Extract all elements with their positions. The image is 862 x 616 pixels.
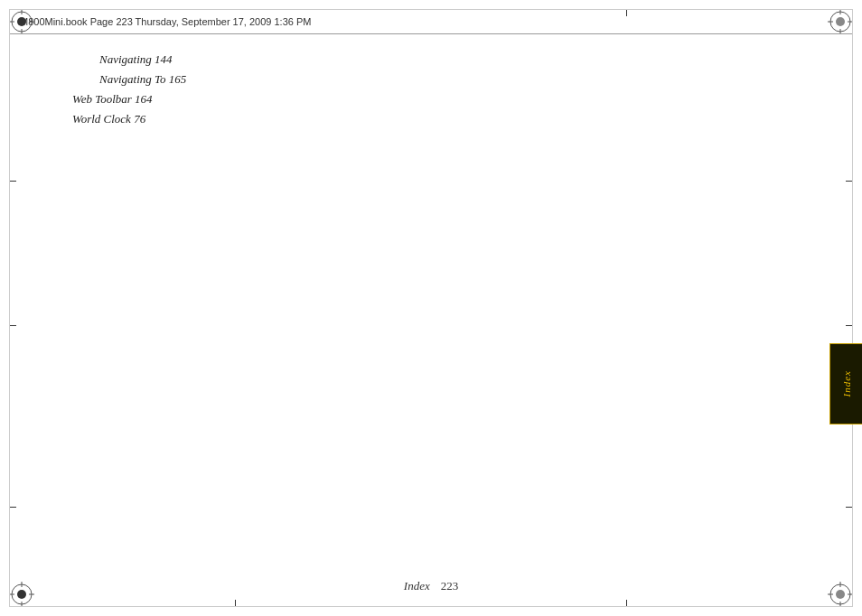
footer-label: Index <box>404 579 430 593</box>
entry-web-toolbar-164: Web Toolbar 164 <box>72 89 790 109</box>
index-tab-label: Index <box>841 370 852 397</box>
content-area: Navigating 144 Navigating To 165 Web Too… <box>72 50 790 129</box>
footer-page-number: 223 <box>441 579 459 593</box>
index-tab: Index <box>829 343 862 425</box>
entry-navigating-144: Navigating 144 <box>72 50 790 70</box>
entry-navigating-to-165: Navigating To 165 <box>72 70 790 89</box>
footer: Index 223 <box>0 579 862 593</box>
entry-world-clock-76: World Clock 76 <box>72 109 790 129</box>
